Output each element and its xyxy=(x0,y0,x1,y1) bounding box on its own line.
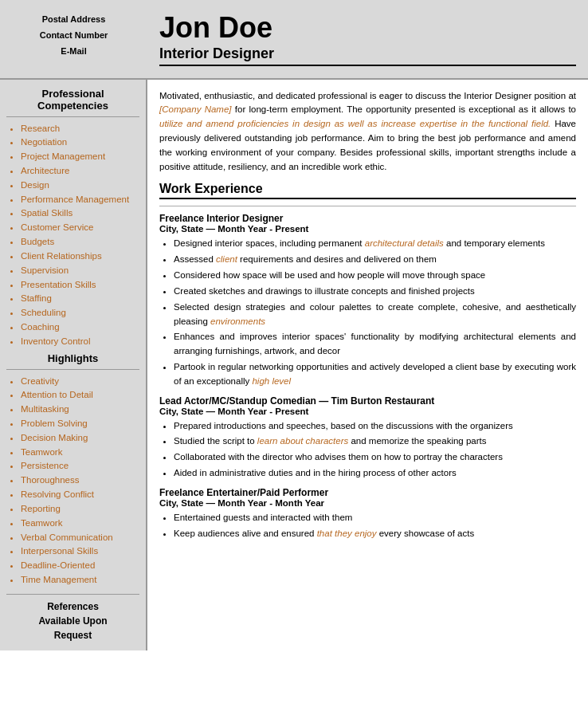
list-item: Reporting xyxy=(21,502,139,517)
list-item: Spatial Skills xyxy=(21,206,139,221)
job-location-2: City, State — Month Year - Present xyxy=(159,407,576,416)
list-item: Collaborated with the director who advis… xyxy=(174,450,576,465)
body: ProfessionalCompetencies Research Negoti… xyxy=(0,80,588,650)
list-item: Research xyxy=(21,122,139,136)
main-content: Motivated, enthusiastic, and dedicated p… xyxy=(147,80,588,650)
list-item: Considered how space will be used and ho… xyxy=(174,269,576,283)
list-item: Enhances and improves interior spaces' f… xyxy=(174,330,576,359)
postal-address: Postal Address xyxy=(8,12,139,28)
list-item: Selected design strategies and colour pa… xyxy=(174,301,576,329)
list-item: Interpersonal Skills xyxy=(21,544,139,559)
list-item: Coaching xyxy=(21,320,139,335)
highlight: environments xyxy=(210,316,265,326)
list-item: Project Management xyxy=(21,150,139,164)
list-item: Problem Solving xyxy=(21,417,139,431)
header-contact: Postal Address Contact Number E-Mail xyxy=(0,8,147,70)
job-title-header: Interior Designer xyxy=(159,45,576,66)
list-item: Partook in regular networking opportunit… xyxy=(174,360,576,389)
job-title-3: Freelance Entertainer/Paid Performer xyxy=(159,487,576,498)
list-item: Assessed client requirements and desires… xyxy=(174,253,576,267)
highlight: architectural details xyxy=(365,238,444,248)
highlight: client xyxy=(216,254,237,264)
list-item: Designed interior spaces, including perm… xyxy=(174,237,576,251)
highlights-title: Highlights xyxy=(6,352,139,364)
highlights-divider xyxy=(6,369,139,370)
header-name-section: Jon Doe Interior Designer xyxy=(147,8,588,70)
job-title-2: Lead Actor/MC/Standup Comedian — Tim Bur… xyxy=(159,395,576,407)
list-item: Entertained guests and interacted with t… xyxy=(174,511,576,525)
list-item: Performance Management xyxy=(21,193,139,207)
competencies-title: ProfessionalCompetencies xyxy=(6,88,139,112)
contact-number: Contact Number xyxy=(8,28,139,44)
job-bullets-3: Entertained guests and interacted with t… xyxy=(159,511,576,541)
list-item: Aided in administrative duties and in th… xyxy=(174,466,576,481)
work-experience-title: Work Experience xyxy=(159,182,576,199)
list-item: Attention to Detail xyxy=(21,388,139,403)
list-item: Resolving Conflict xyxy=(21,488,139,502)
list-item: Architecture xyxy=(21,164,139,179)
highlight: learn about characters xyxy=(257,436,348,446)
list-item: Teamwork xyxy=(21,446,139,460)
list-item: Creativity xyxy=(21,375,139,389)
full-name: Jon Doe xyxy=(159,12,576,44)
summary-paragraph: Motivated, enthusiastic, and dedicated p… xyxy=(159,89,576,175)
list-item: Created sketches and drawings to illustr… xyxy=(174,285,576,299)
list-item: Negotiation xyxy=(21,136,139,150)
company-name: [Company Name] xyxy=(159,104,232,114)
sidebar: ProfessionalCompetencies Research Negoti… xyxy=(0,80,147,650)
email: E-Mail xyxy=(8,44,139,60)
highlight: high level xyxy=(252,376,291,386)
competencies-divider xyxy=(6,116,139,117)
list-item: Keep audiences alive and ensured that th… xyxy=(174,527,576,541)
list-item: Client Relationships xyxy=(21,250,139,264)
list-item: Budgets xyxy=(21,235,139,250)
summary-highlight-1: utilize and amend proficiencies in desig… xyxy=(159,119,551,128)
highlights-list: Creativity Attention to Detail Multitask… xyxy=(6,375,139,587)
list-item: Prepared introductions and speeches, bas… xyxy=(174,419,576,434)
highlight: that they enjoy xyxy=(317,529,377,538)
list-item: Studied the script to learn about charac… xyxy=(174,434,576,449)
job-location-3: City, State — Month Year - Month Year xyxy=(159,498,576,508)
header: Postal Address Contact Number E-Mail Jon… xyxy=(0,0,588,80)
job-bullets-1: Designed interior spaces, including perm… xyxy=(159,237,576,388)
list-item: Inventory Control xyxy=(21,335,139,349)
competencies-list: Research Negotiation Project Management … xyxy=(6,122,139,349)
list-item: Decision Making xyxy=(21,431,139,446)
list-item: Thoroughness xyxy=(21,474,139,488)
list-item: Design xyxy=(21,179,139,193)
list-item: Supervision xyxy=(21,264,139,278)
job-divider-1 xyxy=(159,206,576,206)
job-bullets-2: Prepared introductions and speeches, bas… xyxy=(159,419,576,481)
list-item: Time Management xyxy=(21,573,139,587)
list-item: Deadline-Oriented xyxy=(21,559,139,573)
list-item: Customer Service xyxy=(21,221,139,235)
list-item: Multitasking xyxy=(21,403,139,417)
list-item: Persistence xyxy=(21,459,139,474)
list-item: Scheduling xyxy=(21,306,139,320)
job-title-1: Freelance Interior Designer xyxy=(159,213,576,224)
resume-page: Postal Address Contact Number E-Mail Jon… xyxy=(0,0,588,650)
references-box: ReferencesAvailable UponRequest xyxy=(6,594,139,643)
list-item: Verbal Communication xyxy=(21,531,139,545)
list-item: Staffing xyxy=(21,292,139,306)
list-item: Teamwork xyxy=(21,517,139,531)
list-item: Presentation Skills xyxy=(21,278,139,293)
job-location-1: City, State — Month Year - Present xyxy=(159,224,576,234)
